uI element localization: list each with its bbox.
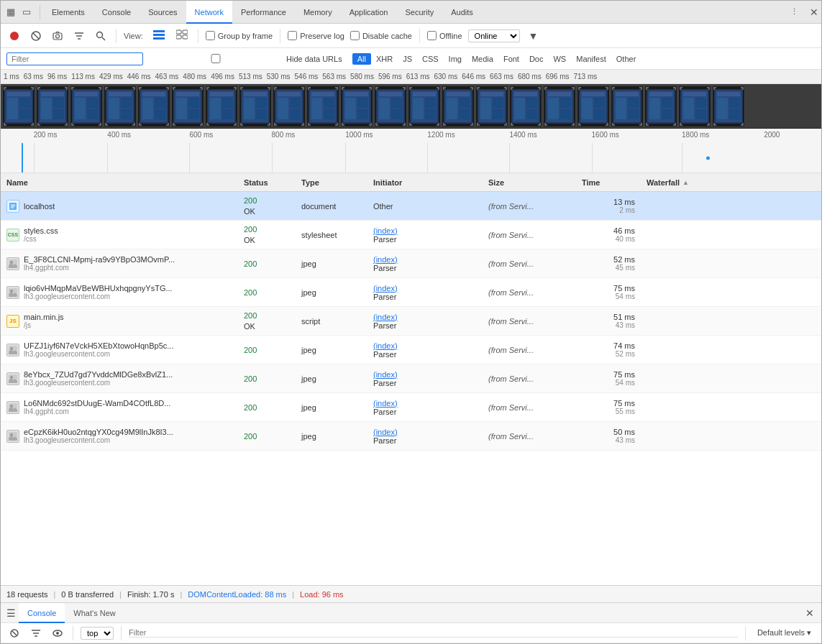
- svg-rect-88: [413, 92, 436, 96]
- status-bar: 18 requests | 0 B transferred | Finish: …: [1, 585, 821, 602]
- group-by-frame-checkbox[interactable]: Group by frame: [206, 31, 273, 40]
- table-row[interactable]: lqio6vHMqpMaVBeWBHUxhqpgnyYsTG... lh3.go…: [1, 278, 821, 307]
- console-filter-input[interactable]: [129, 628, 738, 638]
- svg-rect-13: [183, 35, 188, 39]
- svg-rect-46: [176, 92, 199, 96]
- throttle-select[interactable]: Online Fast 3G Slow 3G Offline: [468, 29, 520, 42]
- svg-rect-60: [256, 98, 267, 108]
- svg-rect-34: [109, 92, 132, 96]
- filter-type-manifest[interactable]: Manifest: [571, 53, 611, 65]
- device-icon[interactable]: ▭: [19, 4, 34, 20]
- svg-rect-96: [459, 98, 470, 108]
- tab-audits[interactable]: Audits: [442, 1, 482, 24]
- table-row[interactable]: UFZJ1iyf6N7eVckH5XEbXtowoHqnBp5c... lh3.…: [1, 336, 821, 364]
- svg-rect-16: [7, 92, 30, 96]
- log-levels-button[interactable]: Default levels ▾: [753, 627, 816, 639]
- svg-rect-3: [53, 33, 62, 40]
- tab-console[interactable]: Console: [93, 1, 140, 24]
- console-menu-button[interactable]: ☰: [4, 604, 19, 622]
- search-button[interactable]: [93, 28, 109, 44]
- svg-rect-131: [649, 98, 660, 119]
- list-view-button[interactable]: [150, 28, 168, 43]
- more-tabs-button[interactable]: ⋮: [785, 7, 804, 17]
- filter-type-font[interactable]: Font: [498, 53, 524, 65]
- close-bottom-panel-button[interactable]: ✕: [801, 606, 818, 620]
- table-row[interactable]: 8eYbcx_7ZUd7gd7YvddcMlDGe8xBvlZ1... lh3.…: [1, 364, 821, 393]
- resource-icon-img: [6, 286, 19, 299]
- td-status: 200OK: [238, 196, 296, 216]
- record-button[interactable]: [6, 28, 22, 44]
- tab-application[interactable]: Application: [341, 1, 397, 24]
- filter-type-ws[interactable]: WS: [548, 53, 571, 65]
- filmstrip-ms-labels: 1 ms 63 ms 96 ms 113 ms 429 ms 446 ms 46…: [1, 70, 821, 84]
- initiator-link[interactable]: (index): [373, 284, 398, 293]
- svg-rect-19: [19, 109, 30, 119]
- disable-cache-checkbox[interactable]: Disable cache: [350, 31, 412, 40]
- resource-icon-img: [6, 257, 19, 270]
- filter-toggle-button[interactable]: [71, 28, 87, 44]
- console-filter-toggle[interactable]: [28, 625, 44, 641]
- initiator-link[interactable]: (index): [373, 226, 398, 235]
- initiator-link[interactable]: (index): [373, 313, 398, 321]
- table-row[interactable]: E_3F8CLCNI-Mpmj-ra9v9YBpO3MOvmP... lh4.g…: [1, 249, 821, 278]
- tab-sources[interactable]: Sources: [140, 1, 186, 24]
- hide-data-urls-checkbox[interactable]: Hide data URLs: [147, 54, 342, 63]
- tab-performance[interactable]: Performance: [232, 1, 295, 24]
- tab-elements[interactable]: Elements: [43, 1, 93, 24]
- th-waterfall[interactable]: Waterfall ▲: [641, 178, 821, 187]
- th-size[interactable]: Size: [483, 178, 576, 187]
- filter-type-all[interactable]: All: [352, 53, 371, 65]
- svg-rect-91: [425, 109, 436, 119]
- eye-icon[interactable]: [50, 625, 65, 641]
- resource-filename: localhost: [24, 202, 55, 211]
- table-row[interactable]: localhost 200OK document Other (from Ser…: [1, 192, 821, 221]
- offline-checkbox[interactable]: Offline: [427, 31, 462, 40]
- th-type[interactable]: Type: [296, 178, 367, 187]
- tab-console[interactable]: Console: [19, 603, 65, 623]
- dock-icon[interactable]: ▦: [4, 4, 18, 20]
- screenshot-view-button[interactable]: [173, 28, 191, 43]
- table-row[interactable]: eCpzK6ikH0uo2ntqgYX0cg49M9lInJk8I3... lh…: [1, 422, 821, 451]
- filter-type-css[interactable]: CSS: [417, 53, 444, 65]
- initiator-link[interactable]: (index): [373, 399, 398, 408]
- filter-type-js[interactable]: JS: [398, 53, 417, 65]
- preserve-log-checkbox[interactable]: Preserve log: [288, 31, 344, 40]
- svg-point-0: [10, 32, 19, 40]
- th-name[interactable]: Name: [1, 178, 238, 187]
- filter-type-media[interactable]: Media: [467, 53, 498, 65]
- svg-rect-58: [244, 92, 267, 96]
- initiator-link[interactable]: (index): [373, 428, 398, 436]
- screenshot-button[interactable]: [50, 28, 65, 44]
- tab-security[interactable]: Security: [396, 1, 442, 24]
- table-row[interactable]: Lo6NMdc692stDUugE-WamD4COtfL8D... lh4.gg…: [1, 393, 821, 422]
- svg-rect-126: [628, 98, 639, 108]
- filter-type-doc[interactable]: Doc: [524, 53, 549, 65]
- svg-line-6: [102, 37, 105, 40]
- svg-rect-139: [695, 109, 706, 119]
- table-row[interactable]: JS main.min.js /js 200OK script (index)P…: [1, 307, 821, 336]
- context-select[interactable]: top: [81, 627, 114, 640]
- clear-console-button[interactable]: [6, 625, 22, 641]
- initiator-link[interactable]: (index): [373, 370, 398, 379]
- filter-type-img[interactable]: Img: [444, 53, 467, 65]
- svg-rect-108: [526, 98, 537, 108]
- filter-type-xhr[interactable]: XHR: [371, 53, 398, 65]
- svg-rect-53: [210, 98, 221, 119]
- tab-whats-new[interactable]: What's New: [65, 603, 124, 623]
- initiator-link[interactable]: (index): [373, 255, 398, 264]
- initiator-link[interactable]: (index): [373, 341, 398, 350]
- clear-button[interactable]: [28, 28, 44, 44]
- tab-network[interactable]: Network: [186, 1, 232, 24]
- separator4: [419, 29, 420, 43]
- tab-memory[interactable]: Memory: [295, 1, 341, 24]
- svg-rect-109: [526, 109, 537, 119]
- throttle-down-button[interactable]: ▼: [526, 27, 542, 45]
- th-status[interactable]: Status: [238, 178, 296, 187]
- filter-type-other[interactable]: Other: [611, 53, 641, 65]
- resource-icon-js: JS: [6, 315, 19, 328]
- close-devtools-button[interactable]: ✕: [807, 4, 821, 21]
- th-time[interactable]: Time: [576, 178, 641, 187]
- table-row[interactable]: CSS styles.css /css 200OK stylesheet (in…: [1, 221, 821, 249]
- th-initiator[interactable]: Initiator: [367, 178, 483, 187]
- filter-input[interactable]: [6, 52, 143, 65]
